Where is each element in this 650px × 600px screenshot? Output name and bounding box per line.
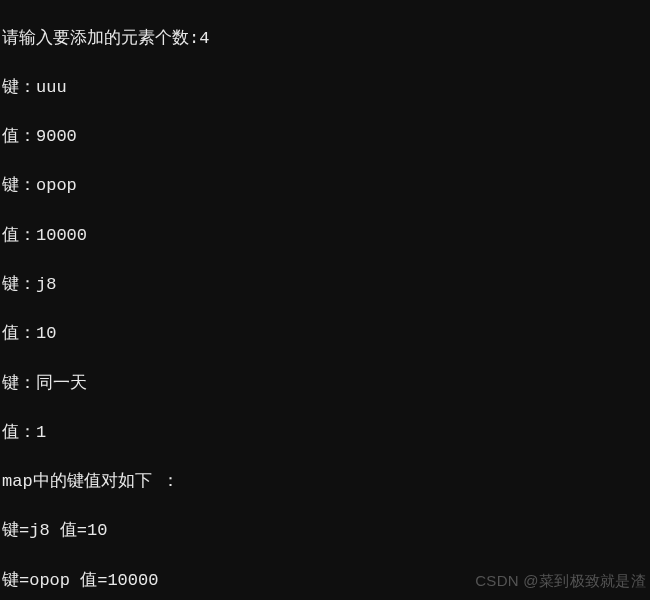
entry-key: 键：j8 <box>2 273 650 298</box>
prompt-count: 请输入要添加的元素个数:4 <box>2 27 650 52</box>
map-header: map中的键值对如下 ： <box>2 470 650 495</box>
entry-val: 值：10000 <box>2 224 650 249</box>
entry-key: 键：同一天 <box>2 372 650 397</box>
console-output: 请输入要添加的元素个数:4 键：uuu 值：9000 键：opop 值：1000… <box>0 0 650 600</box>
entry-key: 键：opop <box>2 174 650 199</box>
watermark: CSDN @菜到极致就是渣 <box>475 570 646 592</box>
entry-val: 值：1 <box>2 421 650 446</box>
entry-val: 值：9000 <box>2 125 650 150</box>
entry-val: 值：10 <box>2 322 650 347</box>
map-line: 键=j8 值=10 <box>2 519 650 544</box>
entry-key: 键：uuu <box>2 76 650 101</box>
